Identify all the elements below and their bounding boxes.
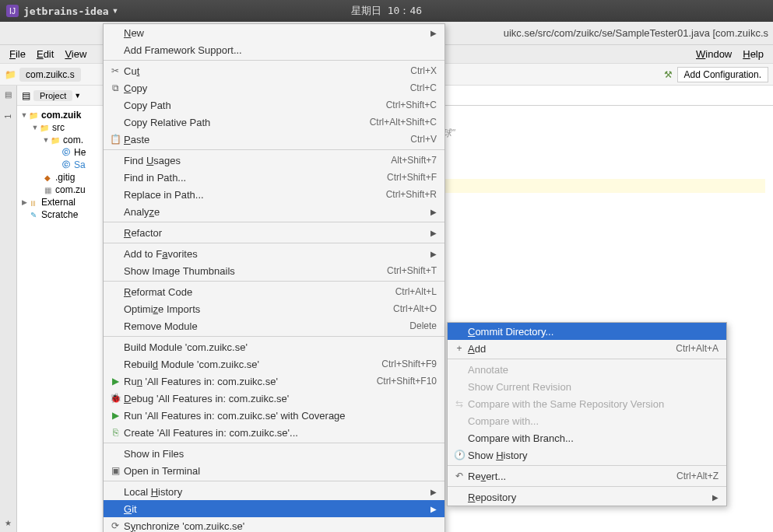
add-configuration-button[interactable]: Add Configuration. <box>677 67 768 82</box>
left-tool-strip: ▤ 1 ★ <box>0 86 17 532</box>
ctx-rebuild-module[interactable]: Rebuild Module 'com.zuikc.se'Ctrl+Shift+… <box>104 355 444 373</box>
menu-separator <box>104 336 444 337</box>
ctx-run-coverage[interactable]: ▶Run 'All Features in: com.zuikc.se' wit… <box>104 407 444 424</box>
git-submenu: Commit Directory... +AddCtrl+Alt+A Annot… <box>447 322 727 506</box>
git-show-current-revision: Show Current Revision <box>448 378 726 395</box>
ctx-debug[interactable]: 🐞Debug 'All Features in: com.zuikc.se' <box>104 390 444 407</box>
ctx-reformat[interactable]: Reformat CodeCtrl+Alt+L <box>104 283 444 300</box>
dropdown-icon[interactable]: ▼ <box>112 7 119 15</box>
project-icon: ▤ <box>22 90 30 101</box>
app-icon: IJ <box>6 5 19 17</box>
ctx-build-module[interactable]: Build Module 'com.zuikc.se' <box>104 338 444 355</box>
ctx-paste[interactable]: 📋PasteCtrl+V <box>104 131 444 148</box>
git-show-history[interactable]: 🕐Show History <box>448 446 726 464</box>
ctx-optimize-imports[interactable]: Optimize ImportsCtrl+Alt+O <box>104 300 444 317</box>
menu-separator <box>104 60 444 61</box>
folder-icon: 📁 <box>5 69 16 80</box>
ctx-show-in-files[interactable]: Show in Files <box>104 445 444 462</box>
ctx-run[interactable]: ▶Run 'All Features in: com.zuikc.se'Ctrl… <box>104 373 444 390</box>
ctx-create-config[interactable]: ⎘Create 'All Features in: com.zuikc.se'.… <box>104 424 444 441</box>
menu-separator <box>448 486 726 487</box>
ctx-analyze[interactable]: Analyze▶ <box>104 203 444 220</box>
project-tool-button[interactable]: ▤ <box>5 90 12 99</box>
window-path: uikc.se/src/com/zuikc/se/SampleTester01.… <box>504 27 768 39</box>
ctx-git[interactable]: Git▶ <box>104 500 444 517</box>
git-annotate: Annotate <box>448 361 726 378</box>
menu-view[interactable]: View <box>60 47 91 61</box>
git-commit-directory[interactable]: Commit Directory... <box>448 323 726 340</box>
ctx-add-framework[interactable]: Add Framework Support... <box>104 41 444 58</box>
menu-separator <box>448 359 726 359</box>
ctx-find-in-path[interactable]: Find in Path...Ctrl+Shift+F <box>104 169 444 186</box>
ctx-synchronize[interactable]: ⟳Synchronize 'com.zuikc.se' <box>104 517 444 532</box>
ctx-new[interactable]: New▶ <box>104 24 444 41</box>
menu-separator <box>104 243 444 243</box>
project-view-selector[interactable]: Project <box>33 90 72 101</box>
git-add[interactable]: +AddCtrl+Alt+A <box>448 340 726 357</box>
structure-tool-button[interactable]: 1 <box>4 114 12 119</box>
menu-file[interactable]: File <box>5 47 30 61</box>
menu-separator <box>104 149 444 150</box>
hammer-icon[interactable]: ⚒ <box>664 69 673 80</box>
menu-window[interactable]: Window <box>691 47 736 61</box>
context-menu: New▶ Add Framework Support... ✂CutCtrl+X… <box>103 23 445 532</box>
ctx-find-usages[interactable]: Find UsagesAlt+Shift+7 <box>104 152 444 169</box>
menu-separator <box>104 443 444 443</box>
breadcrumb[interactable]: com.zuikc.s <box>19 68 81 82</box>
menu-edit[interactable]: Edit <box>32 47 58 61</box>
ctx-copy-relative-path[interactable]: Copy Relative PathCtrl+Alt+Shift+C <box>104 114 444 131</box>
git-compare-branch[interactable]: Compare with Branch... <box>448 429 726 446</box>
ctx-remove-module[interactable]: Remove ModuleDelete <box>104 317 444 334</box>
ctx-copy-path[interactable]: Copy PathCtrl+Shift+C <box>104 96 444 114</box>
ctx-add-favorites[interactable]: Add to Favorites▶ <box>104 245 444 262</box>
chevron-down-icon[interactable]: ▼ <box>74 92 81 100</box>
app-name: jetbrains-idea <box>23 5 109 17</box>
ctx-open-terminal[interactable]: ▣Open in Terminal <box>104 462 444 479</box>
ctx-copy[interactable]: ⧉CopyCtrl+C <box>104 79 444 96</box>
favorites-tool-button[interactable]: ★ <box>5 519 12 527</box>
menu-separator <box>104 281 444 282</box>
menu-separator <box>104 222 444 222</box>
git-revert[interactable]: ↶Revert...Ctrl+Alt+Z <box>448 467 726 485</box>
system-titlebar: IJ jetbrains-idea ▼ 星期日 10：46 <box>0 0 773 22</box>
git-repository[interactable]: Repository▶ <box>448 488 726 506</box>
ctx-replace-in-path[interactable]: Replace in Path...Ctrl+Shift+R <box>104 186 444 203</box>
ctx-refactor[interactable]: Refactor▶ <box>104 224 444 241</box>
ctx-local-history[interactable]: Local History▶ <box>104 483 444 500</box>
menu-help[interactable]: Help <box>738 47 768 61</box>
ctx-show-thumbnails[interactable]: Show Image ThumbnailsCtrl+Shift+T <box>104 262 444 279</box>
git-compare-with: Compare with... <box>448 412 726 429</box>
menu-separator <box>448 465 726 466</box>
menu-separator <box>104 481 444 481</box>
system-clock: 星期日 10：46 <box>351 4 422 18</box>
git-compare-same: ⇆Compare with the Same Repository Versio… <box>448 395 726 412</box>
ctx-cut[interactable]: ✂CutCtrl+X <box>104 62 444 79</box>
